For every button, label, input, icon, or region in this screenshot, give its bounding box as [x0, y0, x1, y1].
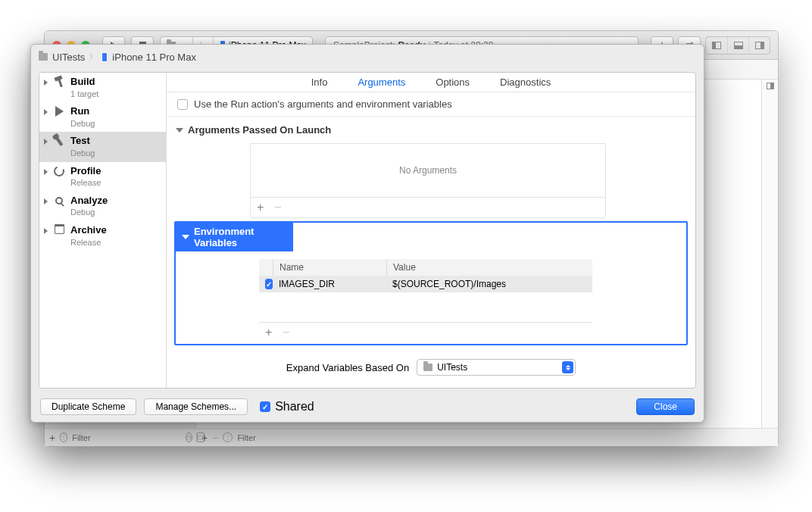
disclosure-down-icon	[176, 128, 183, 133]
action-run[interactable]: RunDebug	[39, 102, 166, 132]
action-label: Test	[70, 135, 90, 146]
env-var-row[interactable]: IMAGES_DIR $(SOURCE_ROOT)/Images	[259, 276, 592, 292]
tab-diagnostics[interactable]: Diagnostics	[500, 76, 551, 88]
phone-icon	[102, 52, 108, 62]
minus-icon[interactable]: −	[212, 432, 218, 444]
action-build[interactable]: Build1 target	[39, 73, 166, 102]
action-sub: Release	[70, 238, 101, 247]
toggle-navigator[interactable]	[706, 37, 727, 54]
shared-checkbox[interactable]	[260, 401, 270, 412]
duplicate-scheme-button[interactable]: Duplicate Scheme	[40, 398, 136, 415]
toggle-inspector[interactable]	[748, 37, 770, 54]
action-label: Run	[70, 105, 89, 117]
action-label: Archive	[70, 224, 107, 236]
tab-arguments[interactable]: Arguments	[358, 76, 405, 88]
arguments-title: Arguments Passed On Launch	[188, 124, 331, 136]
recent-icon[interactable]: ◷	[186, 432, 192, 442]
disclosure-icon	[44, 80, 48, 86]
action-analyze[interactable]: AnalyzeDebug	[39, 192, 166, 221]
tab-options[interactable]: Options	[436, 76, 470, 88]
magnifier-icon	[55, 197, 63, 204]
use-run-args-label: Use the Run action's arguments and envir…	[194, 98, 452, 110]
action-sub: Debug	[70, 119, 95, 128]
wrench-icon	[55, 136, 64, 146]
disclosure-icon	[44, 139, 48, 145]
scheme-actions-sidebar: Build1 target RunDebug TestDebug Profile…	[39, 73, 167, 388]
breadcrumb-scheme[interactable]: UITests	[52, 52, 85, 63]
bottom-bar: + ⋮ ◷ ▢ + − ⋮	[45, 428, 778, 446]
action-sub: Debug	[70, 148, 95, 158]
col-value: Value	[386, 259, 592, 276]
expand-vars-label: Expand Variables Based On	[286, 362, 409, 373]
close-button[interactable]: Close	[636, 398, 695, 415]
action-profile[interactable]: ProfileRelease	[39, 162, 166, 192]
disclosure-icon	[44, 198, 48, 204]
env-vars-header[interactable]: Environment Variables	[176, 223, 293, 251]
expand-vars-value: UITests	[437, 362, 467, 373]
disclosure-down-icon	[182, 235, 189, 239]
no-arguments-label: No Arguments	[251, 144, 605, 198]
manage-schemes-button[interactable]: Manage Schemes...	[144, 398, 248, 415]
play-icon	[55, 106, 64, 117]
action-archive[interactable]: ArchiveRelease	[39, 221, 166, 251]
add-env-button[interactable]: +	[265, 326, 272, 339]
use-run-args-row: Use the Run action's arguments and envir…	[167, 92, 695, 117]
add-icon[interactable]: +	[49, 432, 55, 443]
inspector-rail	[761, 80, 778, 428]
env-vars-panel: Environment Variables Name Value IMAGES_…	[174, 221, 688, 345]
select-arrows-icon	[562, 361, 573, 373]
disclosure-icon	[44, 228, 48, 234]
sheet-body: Build1 target RunDebug TestDebug Profile…	[39, 72, 696, 389]
remove-argument-button[interactable]: −	[274, 201, 281, 214]
breadcrumb-device[interactable]: iPhone 11 Pro Max	[112, 52, 196, 63]
right-panel-icon	[755, 42, 764, 49]
archive-icon	[55, 226, 64, 234]
scheme-main: Info Arguments Options Diagnostics Use t…	[167, 73, 695, 388]
env-name-cell[interactable]: IMAGES_DIR	[273, 276, 386, 292]
arguments-toolbar: + −	[251, 198, 605, 217]
env-toolbar: + −	[259, 323, 592, 342]
panel-toggles[interactable]	[705, 36, 770, 55]
env-value-cell[interactable]: $(SOURCE_ROOT)/Images	[386, 276, 592, 292]
action-sub: 1 target	[70, 89, 98, 98]
chevron-right-icon: 〉	[89, 52, 97, 62]
shared-label: Shared	[275, 400, 314, 414]
action-sub: Release	[70, 178, 101, 187]
use-run-args-checkbox[interactable]	[177, 99, 188, 110]
action-label: Profile	[70, 165, 101, 176]
action-label: Analyze	[70, 195, 108, 206]
action-label: Build	[70, 76, 95, 87]
editor-filter-input[interactable]	[237, 433, 342, 442]
sheet-breadcrumb: UITests 〉 iPhone 11 Pro Max	[31, 45, 704, 69]
add-icon[interactable]: +	[201, 432, 208, 443]
nav-filter-input[interactable]	[72, 433, 176, 442]
gauge-icon	[52, 164, 66, 178]
hammer-icon	[54, 76, 64, 87]
disclosure-icon	[44, 109, 48, 115]
arguments-section: Arguments Passed On Launch No Arguments …	[167, 117, 695, 221]
env-enabled-checkbox[interactable]	[265, 279, 273, 289]
env-vars-title: Environment Variables	[194, 226, 287, 248]
arguments-table: No Arguments + −	[250, 143, 606, 218]
toggle-debug[interactable]	[727, 37, 748, 54]
scheme-editor-sheet: UITests 〉 iPhone 11 Pro Max Build1 targe…	[30, 44, 704, 423]
action-test[interactable]: TestDebug	[39, 132, 166, 161]
action-sub: Debug	[70, 208, 95, 217]
folder-icon	[423, 364, 433, 371]
remove-env-button[interactable]: −	[283, 326, 289, 339]
tab-info[interactable]: Info	[311, 76, 328, 88]
filter-scope-icon[interactable]: ⋮	[60, 432, 67, 442]
arguments-header[interactable]: Arguments Passed On Launch	[174, 121, 688, 139]
filter-scope-icon[interactable]: ⋮	[223, 432, 233, 442]
sheet-footer: Duplicate Scheme Manage Schemes... Share…	[31, 392, 704, 422]
col-name: Name	[273, 259, 386, 276]
folder-icon	[39, 53, 48, 61]
bottom-panel-icon	[734, 42, 743, 49]
inspector-icon[interactable]	[767, 83, 774, 89]
env-vars-table: Name Value IMAGES_DIR $(SOURCE_ROOT)/Ima…	[259, 259, 592, 342]
expand-vars-select[interactable]: UITests	[417, 359, 576, 376]
left-panel-icon	[712, 42, 721, 49]
add-argument-button[interactable]: +	[257, 201, 264, 214]
expand-vars-row: Expand Variables Based On UITests	[167, 351, 695, 386]
disclosure-icon	[44, 169, 48, 175]
